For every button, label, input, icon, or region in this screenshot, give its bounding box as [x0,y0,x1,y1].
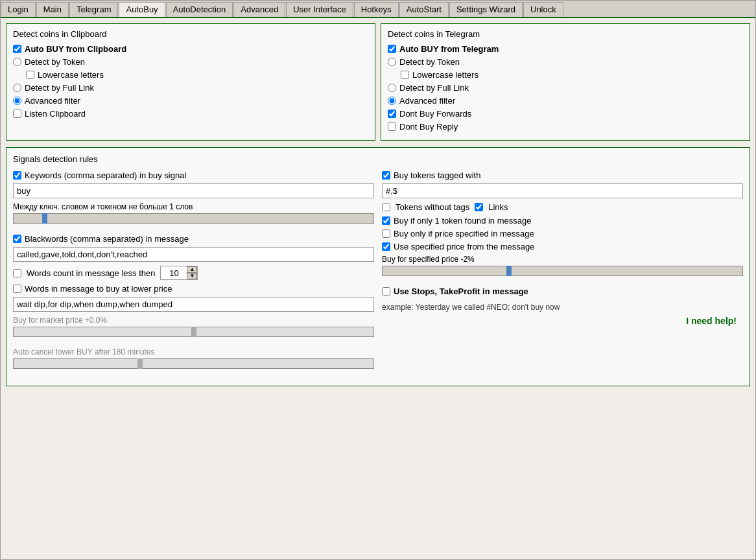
market-price-slider-container [13,327,374,342]
advanced-filter-clipboard-row: Advanced filter [13,96,368,106]
buy-if-only-row: Buy if only 1 token found in message [382,216,743,226]
use-specified-row: Use specified price from the message [382,242,743,251]
detect-by-full-clipboard-label: Detect by Full Link [25,83,94,93]
words-count-label: Words count in message less then [27,268,155,278]
links-checkbox[interactable] [475,203,483,211]
listen-clipboard-row: Listen Clipboard [13,109,368,119]
detect-by-token-tg-radio[interactable] [388,58,396,66]
buy-if-only-label: Buy if only 1 token found in message [394,216,531,226]
dont-buy-forwards-label: Dont Buy Forwards [399,109,471,119]
auto-cancel-label: Auto cancel lower BUY after 180 minutes [13,347,374,356]
lowercase-tg-checkbox[interactable] [401,71,409,79]
tab-unlock[interactable]: Unlock [523,2,563,17]
auto-cancel-slider-container [13,358,374,374]
blackwords-checkbox[interactable] [13,235,21,243]
spinbox-up-btn[interactable]: ▲ [187,266,197,273]
blackwords-input[interactable] [13,247,374,262]
detect-by-token-tg-label: Detect by Token [399,57,460,67]
use-stops-row: Use Stops, TakeProfit in message [382,286,743,296]
between-slider[interactable] [13,213,374,224]
advanced-filter-clipboard-radio[interactable] [13,97,21,105]
main-content: Detect coins in Clipboard Auto BUY from … [1,18,755,559]
keywords-input[interactable] [13,183,374,198]
detect-by-token-clipboard-radio[interactable] [13,58,21,66]
advanced-filter-clipboard-label: Advanced filter [25,96,80,106]
tab-bar: Login Main Telegram AutoBuy AutoDetectio… [1,1,755,18]
help-link[interactable]: I need help! [382,316,743,326]
auto-buy-telegram-checkbox[interactable] [388,45,396,53]
use-specified-checkbox[interactable] [382,242,390,251]
signals-title: Signals detection rules [13,154,743,164]
advanced-filter-tg-radio[interactable] [388,97,396,105]
dont-buy-reply-row: Dont Buy Reply [388,122,743,132]
tab-user-interface[interactable]: User Interface [286,2,353,17]
signals-grid: Keywords (comma separated) in buy signal… [13,170,743,379]
dont-buy-reply-label: Dont Buy Reply [399,122,458,132]
buy-tokens-input[interactable] [382,183,743,198]
detect-by-full-tg-row: Detect by Full Link [388,83,743,93]
words-lower-input[interactable] [13,297,374,312]
keywords-label: Keywords (comma separated) in buy signal [25,170,186,180]
auto-buy-clipboard-checkbox[interactable] [13,45,21,53]
buy-only-price-checkbox[interactable] [382,229,390,238]
listen-clipboard-checkbox[interactable] [13,110,21,118]
spinbox-buttons: ▲ ▼ [187,266,197,279]
detect-by-full-clipboard-row: Detect by Full Link [13,83,368,93]
words-count-spinbox: ▲ ▼ [160,266,198,280]
use-stops-label: Use Stops, TakeProfit in message [394,286,528,296]
lowercase-tg-row: Lowercase letters [401,70,743,80]
tab-main[interactable]: Main [36,2,69,17]
buy-tokens-row: Buy tokens tagged with [382,170,743,180]
auto-buy-clipboard-row: Auto BUY from Clipboard [13,44,368,54]
signals-right-col: Buy tokens tagged with Tokens without ta… [382,170,743,379]
spinbox-down-btn[interactable]: ▼ [187,273,197,279]
words-lower-checkbox[interactable] [13,285,21,293]
auto-buy-telegram-label: Auto BUY from Telegram [399,44,499,54]
buy-specified-label: Buy for specified price -2% [382,255,743,264]
advanced-filter-tg-label: Advanced filter [399,96,455,106]
tab-settings-wizard[interactable]: Settings Wizard [449,2,523,17]
buy-specified-slider[interactable] [382,266,743,276]
buy-only-price-row: Buy only if price specified in message [382,229,743,239]
signals-section: Signals detection rules Keywords (comma … [6,147,750,386]
dont-buy-reply-checkbox[interactable] [388,122,396,131]
tab-autodetection[interactable]: AutoDetection [166,2,233,17]
tab-telegram[interactable]: Telegram [69,2,118,17]
clipboard-panel-title: Detect coins in Clipboard [13,29,368,39]
detect-by-token-tg-row: Detect by Token [388,57,743,67]
buy-tokens-label: Buy tokens tagged with [394,170,480,180]
market-price-label: Buy for market price +0.0% [13,316,374,325]
keywords-row: Keywords (comma separated) in buy signal [13,170,374,180]
example-text: example: Yesterday we called #NEO; don't… [382,303,743,312]
advanced-filter-tg-row: Advanced filter [388,96,743,106]
tab-autostart[interactable]: AutoStart [399,2,449,17]
market-price-slider[interactable] [13,327,374,337]
tab-autobuy[interactable]: AutoBuy [119,2,165,17]
use-stops-checkbox[interactable] [382,287,390,296]
lowercase-clipboard-checkbox[interactable] [26,71,34,79]
words-count-checkbox[interactable] [13,269,21,277]
dont-buy-forwards-checkbox[interactable] [388,110,396,118]
buy-if-only-checkbox[interactable] [382,216,390,225]
detect-by-full-clipboard-radio[interactable] [13,84,21,92]
tab-advanced[interactable]: Advanced [233,2,285,17]
between-label: Между ключ. словом и токеном не больше 1… [13,202,374,211]
auto-buy-clipboard-label: Auto BUY from Clipboard [25,44,126,54]
lowercase-tg-label: Lowercase letters [412,70,478,80]
tab-hotkeys[interactable]: Hotkeys [354,2,399,17]
auto-buy-telegram-row: Auto BUY from Telegram [388,44,743,54]
between-slider-container [13,213,374,229]
blackwords-label: Blackwords (comma separated) in message [25,234,189,244]
blackwords-row: Blackwords (comma separated) in message [13,234,374,244]
signals-left-col: Keywords (comma separated) in buy signal… [13,170,374,379]
buy-tokens-checkbox[interactable] [382,171,390,180]
tokens-without-tags-checkbox[interactable] [382,203,390,211]
listen-clipboard-label: Listen Clipboard [25,109,86,119]
telegram-panel-title: Detect coins in Telegram [388,29,743,39]
auto-cancel-slider[interactable] [13,358,374,369]
words-count-input[interactable] [161,267,187,279]
keywords-checkbox[interactable] [13,171,21,180]
use-specified-label: Use specified price from the message [394,242,534,251]
tab-login[interactable]: Login [1,2,36,17]
detect-by-full-tg-radio[interactable] [388,84,396,92]
